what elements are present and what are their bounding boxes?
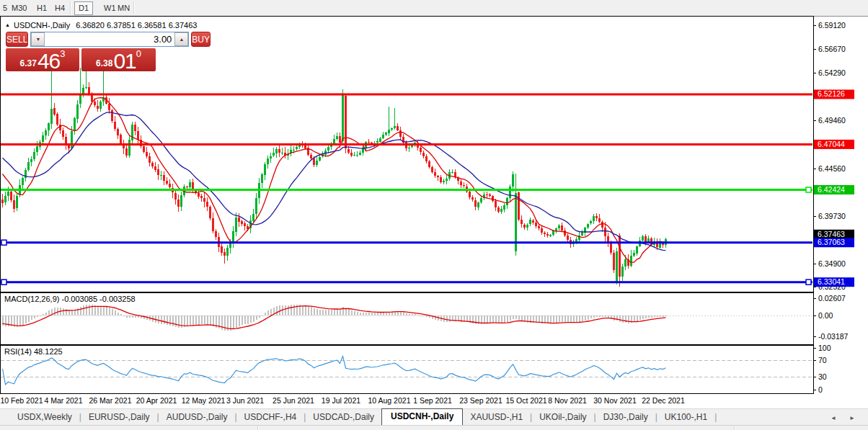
panel-frame: [1, 346, 814, 394]
chart-symbol-title: USDCNH-,Daily: [14, 21, 70, 30]
line-handle[interactable]: [806, 279, 811, 285]
chart-tab-bar: USDX,Weekly|EURUSD-,Daily|AUDUSD-,Daily|…: [0, 408, 868, 425]
sell-price-pipette: 3: [60, 49, 65, 58]
date-label: 4 Mar 2021: [44, 396, 82, 405]
rsi-tick-label: 30: [818, 372, 827, 381]
tab-usdx-weekly[interactable]: USDX,Weekly: [10, 410, 79, 425]
tab-ukoil-daily[interactable]: UKOil-,Daily: [532, 410, 593, 425]
line-handle[interactable]: [806, 187, 811, 192]
rsi-tick-label: 100: [818, 344, 831, 352]
price-chip-label: 6.52126: [818, 89, 845, 98]
date-label: 10 Feb 2021: [1, 396, 43, 405]
date-label: 25 Jun 2021: [273, 396, 314, 405]
rsi-tick-label: 0: [818, 385, 823, 394]
price-tick-label: 6.34900: [818, 259, 846, 268]
price-tick-label: 6.49460: [818, 116, 846, 125]
volume-increase-icon[interactable]: ▲: [174, 32, 188, 46]
tab-uk100-h1[interactable]: UK100-,H1: [657, 410, 714, 425]
price-chip-label: 6.37463: [818, 230, 845, 238]
tab-audusd-daily[interactable]: AUDUSD-,Daily: [159, 410, 235, 425]
macd-tick-label: -0.03187: [818, 332, 849, 341]
sell-button[interactable]: SELL: [6, 32, 28, 47]
tab-dj30-daily[interactable]: DJ30-,Daily: [596, 410, 655, 425]
rsi-tick-label: 70: [818, 356, 827, 364]
status-divider: [257, 426, 259, 430]
buy-price-prefix: 6.38: [96, 58, 112, 68]
date-label: 10 Aug 2021: [368, 396, 411, 405]
macd-tick-label: 0.00: [818, 311, 833, 320]
tab-xauusd-h1[interactable]: XAUUSD-,H1: [463, 410, 530, 425]
chart-title-bar: ▲USDCNH-,Daily6.36820 6.37851 6.36581 6.…: [5, 21, 197, 30]
one-click-trade-panel: SELL ▼ ▲ BUY 6.37463 6.38010: [6, 32, 156, 71]
date-label: 26 Mar 2021: [89, 396, 132, 405]
price-tick-label: 6.44560: [818, 164, 846, 173]
date-label: 30 Nov 2021: [593, 396, 637, 405]
date-label: 20 Apr 2021: [136, 396, 177, 405]
collapse-panel-icon[interactable]: ▲: [5, 22, 10, 27]
line-handle[interactable]: [1, 240, 6, 245]
buy-price-pipette: 0: [136, 49, 141, 58]
macd-tick-label: 0.02607: [818, 294, 846, 303]
date-label: 15 Oct 2021: [505, 396, 546, 405]
date-label: 19 Jul 2021: [322, 396, 360, 405]
tab-eurusd-daily[interactable]: EURUSD-,Daily: [81, 410, 157, 425]
macd-indicator-label: MACD(12,26,9) -0.003085 -0.003258: [4, 295, 136, 303]
price-tick-label: 6.54290: [818, 68, 846, 77]
chart-ohlc-values: 6.36820 6.37851 6.36581 6.37463: [76, 21, 197, 30]
tab-separator: |: [714, 412, 717, 425]
status-divider: [734, 426, 735, 430]
price-tick-label: 6.59120: [818, 21, 846, 30]
buy-button[interactable]: BUY: [191, 32, 211, 47]
date-label: 22 Dec 2021: [642, 396, 685, 405]
buy-price-main: 01: [113, 52, 136, 71]
date-label: 23 Sep 2021: [459, 396, 502, 405]
tab-scroll-arrows[interactable]: ◄ ►: [831, 415, 861, 425]
date-label: 8 Nov 2021: [548, 396, 587, 405]
sell-price-main: 46: [37, 52, 60, 71]
price-chip-label: 6.37063: [818, 238, 845, 246]
price-tick-label: 6.39730: [818, 212, 846, 220]
status-bar: [0, 425, 868, 430]
price-chip-label: 6.33041: [818, 277, 845, 286]
price-chip-label: 6.42424: [818, 185, 845, 194]
trading-terminal-window: 5M30H1H4D1W1MN 6.591206.566706.542906.49…: [0, 0, 868, 430]
date-label: 3 Jun 2021: [226, 396, 264, 405]
rsi-indicator-label: RSI(14) 48.1225: [4, 347, 63, 356]
tab-usdcad-daily[interactable]: USDCAD-,Daily: [306, 410, 381, 425]
volume-decrease-icon[interactable]: ▼: [31, 32, 45, 46]
volume-input[interactable]: [45, 32, 174, 46]
sell-price-prefix: 6.37: [20, 58, 37, 68]
line-handle[interactable]: [1, 279, 6, 285]
volume-spinner: ▼ ▲: [30, 32, 189, 47]
date-label: 1 Sep 2021: [413, 396, 452, 405]
price-chip-label: 6.47044: [818, 140, 845, 148]
price-tick-label: 6.56670: [818, 45, 846, 53]
tab-usdchf-h4[interactable]: USDCHF-,H4: [237, 410, 304, 425]
date-label: 12 May 2021: [182, 396, 226, 405]
sell-price-display[interactable]: 6.37463: [6, 48, 79, 71]
buy-price-display[interactable]: 6.38010: [81, 48, 156, 71]
tab-usdcnh-daily[interactable]: USDCNH-,Daily: [381, 408, 463, 425]
